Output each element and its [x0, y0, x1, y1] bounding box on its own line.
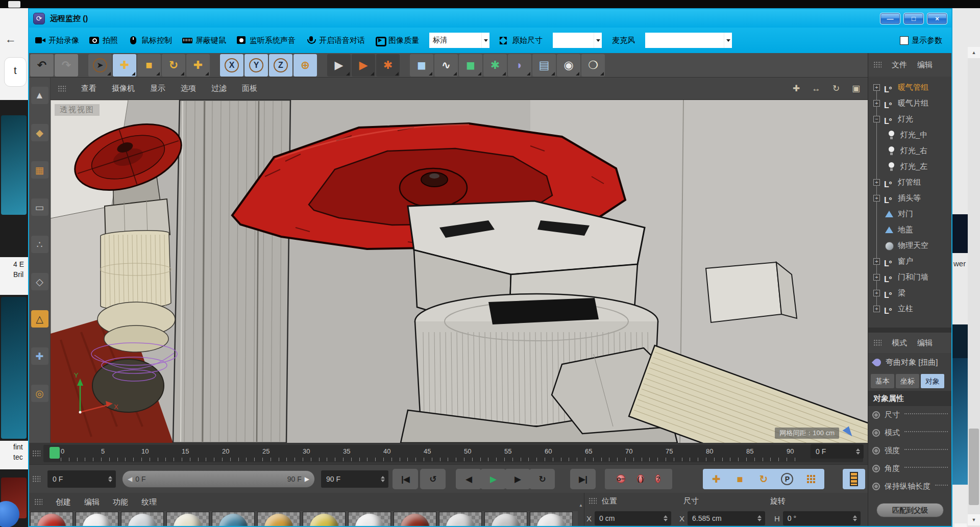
viewport-pan-icon[interactable]: ✚: [790, 82, 803, 95]
stepper-arrows-icon[interactable]: [664, 515, 671, 521]
modeling-array-icon[interactable]: ✱: [483, 54, 507, 77]
expand-toggle-icon[interactable]: +: [873, 100, 880, 107]
enable-axis-icon[interactable]: ✚: [31, 347, 48, 365]
panel-grip-icon[interactable]: [32, 475, 40, 483]
expand-toggle-icon[interactable]: +: [873, 306, 880, 312]
browser-back-icon[interactable]: ←: [5, 33, 16, 46]
rotate-tool-icon[interactable]: ↻: [162, 54, 185, 77]
scale-tool-icon[interactable]: ■: [137, 54, 161, 77]
material-swatch[interactable]: [30, 512, 73, 526]
material-swatch[interactable]: [121, 512, 164, 526]
object-tree-item[interactable]: +Lo立柱: [868, 301, 951, 317]
timeline-end-frame-box[interactable]: 0 F: [811, 444, 864, 459]
z-axis-lock-icon[interactable]: Z: [269, 54, 292, 77]
size-x-input[interactable]: 6.585 cm: [688, 511, 765, 525]
render-settings-icon[interactable]: ✱: [376, 54, 400, 77]
stepper-arrows-icon[interactable]: [381, 476, 388, 482]
previous-frame-button[interactable]: ◀: [456, 469, 481, 489]
material-swatch[interactable]: [439, 512, 482, 526]
move-tool-icon[interactable]: ✚: [113, 54, 136, 77]
show-params-checkbox[interactable]: [900, 36, 909, 45]
show-params-toggle[interactable]: 显示参数: [900, 36, 942, 45]
stepper-arrows-icon[interactable]: [853, 515, 861, 521]
panel-splitter[interactable]: ▲: [578, 493, 584, 526]
material-menu-item[interactable]: 编辑: [84, 497, 100, 507]
object-tree-item[interactable]: +Lo梁: [868, 285, 951, 301]
viewport-menu-item[interactable]: 摄像机: [112, 84, 135, 93]
voice-chat-button[interactable]: 开启语音对话: [306, 36, 365, 45]
material-menu-item[interactable]: 功能: [113, 497, 128, 507]
object-tree-item[interactable]: +Lo窗户: [868, 254, 951, 269]
property-circle-icon[interactable]: [872, 483, 880, 490]
object-tree-item[interactable]: 灯光_右: [868, 143, 951, 159]
rotation-key-toggle[interactable]: ↻: [753, 470, 774, 488]
panel-grip-icon[interactable]: [58, 85, 66, 92]
object-tree-item[interactable]: +Lo插头等: [868, 190, 951, 206]
current-frame-stepper[interactable]: 0 F: [47, 470, 116, 488]
match-to-parent-button[interactable]: 匹配到父级: [876, 503, 944, 517]
material-swatch[interactable]: [166, 512, 209, 526]
viewport-view-label[interactable]: 透视视图: [55, 104, 100, 116]
start-recording-button[interactable]: 开始录像: [35, 36, 79, 45]
material-swatch[interactable]: [76, 512, 118, 526]
keyframe-options-button[interactable]: ?: [655, 472, 660, 486]
spline-pen-icon[interactable]: ∿: [434, 54, 458, 77]
microphone-select[interactable]: [645, 33, 732, 48]
object-tree-item[interactable]: −Lo灯光: [868, 111, 951, 127]
panel-grip-icon[interactable]: [32, 450, 40, 457]
panel-divider[interactable]: [868, 328, 951, 333]
last-used-tool-icon[interactable]: ✚: [186, 54, 210, 77]
render-view-icon[interactable]: ▶: [327, 54, 351, 77]
scroll-right-button[interactable]: ▶: [954, 523, 967, 527]
y-axis-lock-icon[interactable]: Y: [244, 54, 268, 77]
panel-grip-icon[interactable]: [873, 339, 881, 346]
viewport-rotate-icon[interactable]: ↻: [829, 82, 843, 95]
image-quality-select[interactable]: 标清: [429, 33, 489, 48]
environment-floor-icon[interactable]: ▤: [532, 54, 556, 77]
snap-icon[interactable]: ◎: [31, 385, 48, 402]
material-swatch[interactable]: [484, 512, 527, 526]
object-tree-item[interactable]: +Lo暖气管组: [868, 80, 951, 95]
viewport-toggle-icon[interactable]: ▣: [849, 82, 863, 95]
title-bar[interactable]: ⟳ 远程监控 () — □ ×: [29, 9, 951, 28]
object-tree-item[interactable]: 灯光_左: [868, 159, 951, 174]
scale-key-toggle[interactable]: ■: [730, 470, 750, 488]
primitive-cube-icon[interactable]: ◼: [410, 54, 433, 77]
tab-basic[interactable]: 基本: [871, 374, 894, 388]
points-mode-icon[interactable]: ∴: [31, 236, 48, 253]
model-mode-icon[interactable]: ◆: [31, 124, 48, 141]
timeline[interactable]: 051015202530354045505560657075808590 0 F: [29, 443, 868, 464]
remote-desktop-view[interactable]: ↶↷➤✚■↻✚XYZ⊕▶▶✱◼∿◼✱◗▤◉❍ ▲◆▦▭∴◇△✚◎ 查看摄像机显示…: [29, 53, 951, 526]
frame-range-slider[interactable]: ◀ 0 F 90 F ▶: [122, 470, 315, 488]
deformer-bend-icon[interactable]: ◗: [508, 54, 531, 77]
stepper-arrows-icon[interactable]: [108, 476, 116, 482]
panel-grip-icon[interactable]: [34, 498, 42, 506]
expand-toggle-icon[interactable]: +: [873, 258, 880, 265]
property-circle-icon[interactable]: [872, 447, 880, 455]
range-left-arrow-icon[interactable]: ◀: [128, 475, 132, 483]
scroll-down-button[interactable]: ▼: [968, 514, 980, 525]
rotation-h-input[interactable]: 0 °: [783, 511, 861, 525]
block-input-button[interactable]: 屏蔽键鼠: [182, 36, 226, 45]
goto-end-button[interactable]: ▶|: [570, 469, 596, 489]
stepper-arrows-icon[interactable]: [856, 448, 864, 455]
texture-mode-icon[interactable]: ▦: [31, 161, 48, 179]
make-editable-icon[interactable]: ▲: [31, 87, 48, 104]
object-tree-item[interactable]: +Lo门和门墙: [868, 269, 951, 285]
thumbnail-image[interactable]: [1, 297, 27, 439]
take-photo-button[interactable]: 拍照: [89, 36, 118, 45]
object-property-row[interactable]: 模式: [868, 424, 951, 442]
edges-mode-icon[interactable]: ◇: [31, 273, 48, 290]
material-menu-item[interactable]: 创建: [56, 497, 71, 507]
camera-icon[interactable]: ◉: [557, 54, 580, 77]
record-keyframe-button[interactable]: o−: [617, 472, 626, 486]
object-manager-menu-edit[interactable]: 编辑: [917, 60, 933, 70]
parameter-key-toggle[interactable]: P: [777, 470, 797, 488]
mouse-control-button[interactable]: 鼠标控制: [128, 36, 172, 45]
coordinate-system-icon[interactable]: ⊕: [293, 54, 317, 77]
material-menu-item[interactable]: 纹理: [141, 497, 157, 507]
polygons-mode-icon[interactable]: △: [31, 310, 48, 328]
thumbnail-image[interactable]: [1, 115, 27, 215]
viewport-menu-item[interactable]: 显示: [150, 84, 165, 93]
attribute-menu-edit[interactable]: 编辑: [917, 338, 933, 348]
